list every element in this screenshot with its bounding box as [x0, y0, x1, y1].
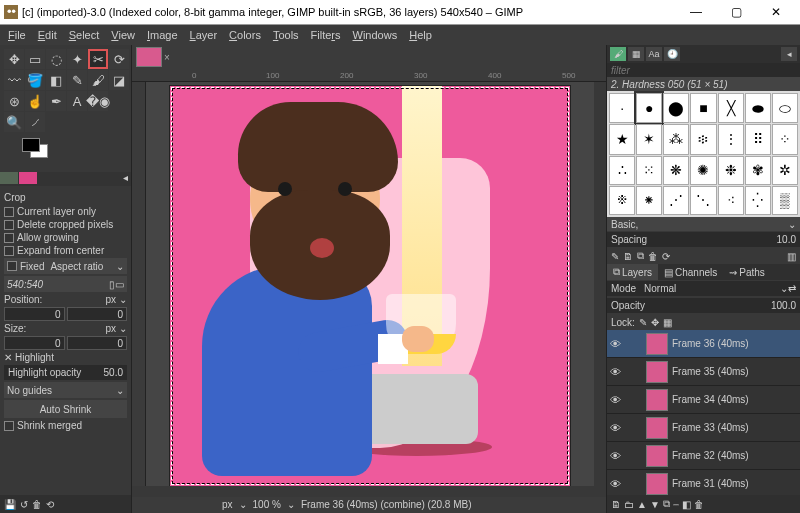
lock-pixels-icon[interactable]: ✎: [639, 317, 647, 328]
ruler-horizontal[interactable]: 0 100 200 300 400 500: [132, 69, 606, 82]
mode-dropdown-icon[interactable]: ⌄: [780, 283, 788, 294]
brush-item[interactable]: ⋮: [718, 124, 744, 154]
brush-item[interactable]: ▒: [772, 186, 798, 215]
orient-landscape-icon[interactable]: ▭: [115, 279, 124, 290]
tool-move[interactable]: ✥: [4, 49, 24, 69]
brush-new-icon[interactable]: 🗎: [623, 251, 633, 262]
delete-preset-icon[interactable]: 🗑: [32, 499, 42, 510]
viewport[interactable]: [146, 82, 594, 486]
layer-visibility-icon[interactable]: 👁: [610, 338, 624, 350]
tab-paths[interactable]: ⇝Paths: [723, 264, 771, 280]
pos-y-input[interactable]: 0: [67, 307, 128, 321]
guides-dropdown-icon[interactable]: ⌄: [116, 385, 124, 396]
image-tab-close-icon[interactable]: ×: [164, 52, 174, 63]
window-maximize[interactable]: ▢: [716, 0, 756, 24]
menu-help[interactable]: Help: [403, 27, 438, 43]
tool-eraser[interactable]: ◪: [109, 70, 129, 90]
image-tab[interactable]: [136, 47, 162, 67]
tool-fuzzy-select[interactable]: ✦: [67, 49, 87, 69]
layer-visibility-icon[interactable]: 👁: [610, 450, 624, 462]
guides-select[interactable]: No guides: [7, 385, 116, 396]
brush-open-icon[interactable]: ▥: [787, 251, 796, 262]
layer-item[interactable]: 👁Frame 31 (40ms): [607, 470, 800, 495]
ck-allow-growing[interactable]: [4, 233, 14, 243]
mode-switch-icon[interactable]: ⇄: [788, 283, 796, 294]
zoom-dropdown-icon[interactable]: ⌄: [287, 499, 295, 510]
tool-gradient[interactable]: ◧: [46, 70, 66, 90]
preset-dropdown-icon[interactable]: ⌄: [788, 219, 796, 230]
menu-file[interactable]: File: [2, 27, 32, 43]
layer-item[interactable]: 👁Frame 34 (40ms): [607, 386, 800, 414]
dock-menu-right[interactable]: ◂: [781, 47, 797, 61]
brush-item[interactable]: ·: [609, 93, 635, 123]
layer-mode[interactable]: Normal: [644, 283, 780, 294]
layer-item[interactable]: 👁Frame 32 (40ms): [607, 442, 800, 470]
brush-item[interactable]: ■: [690, 93, 716, 123]
scrollbar-horizontal[interactable]: [132, 486, 606, 497]
size-unit-dropdown-icon[interactable]: ⌄: [119, 323, 127, 334]
layer-item[interactable]: 👁Frame 35 (40ms): [607, 358, 800, 386]
fg-bg-colors[interactable]: [22, 138, 62, 166]
tool-rect-select[interactable]: ▭: [25, 49, 45, 69]
layer-visibility-icon[interactable]: 👁: [610, 394, 624, 406]
unit-dropdown-icon[interactable]: ⌄: [239, 499, 247, 510]
layer-down-icon[interactable]: ▼: [650, 499, 660, 510]
ruler-vertical[interactable]: [132, 82, 146, 486]
highlight-opacity-value[interactable]: 50.0: [104, 367, 123, 378]
brush-dup-icon[interactable]: ⧉: [637, 250, 644, 262]
lock-position-icon[interactable]: ✥: [651, 317, 659, 328]
layer-item[interactable]: 👁Frame 33 (40ms): [607, 414, 800, 442]
size-w-input[interactable]: 0: [4, 336, 65, 350]
brush-item[interactable]: ⋱: [690, 186, 716, 215]
brush-item[interactable]: ●: [636, 93, 662, 123]
lock-alpha-icon[interactable]: ▦: [663, 317, 672, 328]
dock-menu[interactable]: ◂: [119, 172, 131, 186]
save-preset-icon[interactable]: 💾: [4, 499, 16, 510]
menu-windows[interactable]: Windows: [347, 27, 404, 43]
ratio-input[interactable]: 540:540: [7, 279, 109, 290]
brush-item[interactable]: ⁂: [663, 124, 689, 154]
tool-bucket[interactable]: 🪣: [25, 70, 45, 90]
pos-x-input[interactable]: 0: [4, 307, 65, 321]
menu-image[interactable]: Image: [141, 27, 184, 43]
highlight-close-icon[interactable]: ✕: [4, 352, 12, 363]
brush-preset[interactable]: Basic,: [611, 219, 788, 230]
brush-item[interactable]: ╳: [718, 93, 744, 123]
status-unit[interactable]: px: [222, 499, 233, 510]
window-close[interactable]: ✕: [756, 0, 796, 24]
brush-item[interactable]: ⬬: [745, 93, 771, 123]
brush-item[interactable]: ⁕: [636, 186, 662, 215]
brush-item[interactable]: ⁛: [745, 186, 771, 215]
layer-new-icon[interactable]: 🗎: [611, 499, 621, 510]
tab-patterns[interactable]: ▦: [628, 47, 644, 61]
tab-brushes[interactable]: 🖌: [610, 47, 626, 61]
layer-visibility-icon[interactable]: 👁: [610, 422, 624, 434]
tool-smudge[interactable]: ☝: [25, 91, 45, 111]
layer-visibility-icon[interactable]: 👁: [610, 478, 624, 490]
brush-item[interactable]: ✺: [690, 156, 716, 185]
ck-fixed[interactable]: [7, 261, 17, 271]
brush-item[interactable]: ❋: [663, 156, 689, 185]
tool-pencil[interactable]: ✎: [67, 70, 87, 90]
brush-item[interactable]: ★: [609, 124, 635, 154]
brush-item[interactable]: ⬭: [772, 93, 798, 123]
tool-picker[interactable]: �◉: [88, 91, 108, 111]
tool-rotate[interactable]: ⟳: [109, 49, 129, 69]
tool-clone[interactable]: ⊛: [4, 91, 24, 111]
fixed-mode[interactable]: Aspect ratio: [50, 261, 116, 272]
layer-merge-icon[interactable]: ⎓: [673, 499, 679, 510]
crop-marquee[interactable]: [172, 88, 568, 484]
tab-fonts[interactable]: Aa: [646, 47, 662, 61]
tool-crop[interactable]: ✂: [88, 49, 108, 69]
layer-opacity-value[interactable]: 100.0: [771, 300, 796, 311]
brush-del-icon[interactable]: 🗑: [648, 251, 658, 262]
tool-zoom[interactable]: 🔍: [4, 112, 24, 132]
brush-item[interactable]: ፠: [609, 186, 635, 215]
tab-device-status[interactable]: [19, 172, 37, 184]
window-minimize[interactable]: —: [676, 0, 716, 24]
brush-refresh-icon[interactable]: ⟳: [662, 251, 670, 262]
tab-layers[interactable]: ⧉Layers: [607, 264, 658, 280]
menu-select[interactable]: Select: [63, 27, 106, 43]
brush-item[interactable]: ✲: [772, 156, 798, 185]
tab-history[interactable]: 🕘: [664, 47, 680, 61]
